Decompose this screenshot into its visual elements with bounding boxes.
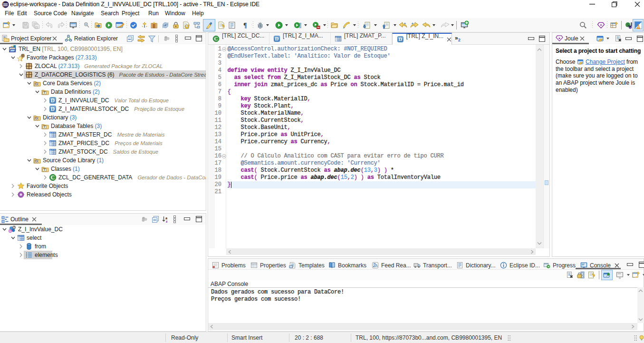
svg-text:@: @	[12, 225, 16, 229]
svg-text:T: T	[43, 90, 46, 95]
svg-text:G: G	[35, 116, 38, 120]
svg-text:z: z	[166, 219, 168, 223]
svg-text:@: @	[9, 229, 12, 233]
svg-text:G: G	[35, 82, 38, 86]
svg-text:T: T	[43, 125, 46, 129]
svg-text:T: T	[43, 167, 46, 172]
svg-text:G: G	[35, 159, 38, 163]
